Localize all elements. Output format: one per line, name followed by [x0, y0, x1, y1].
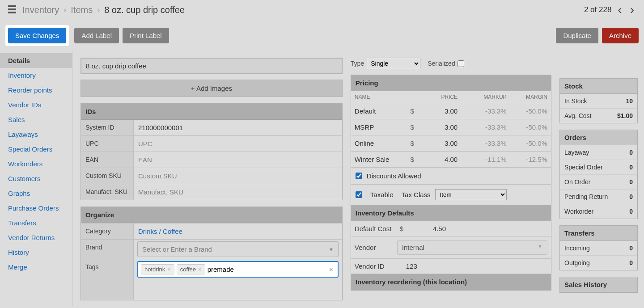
caret-down-icon: ▼ — [538, 244, 542, 251]
remove-tag-icon[interactable]: × — [198, 266, 202, 273]
menu-icon[interactable] — [8, 5, 16, 15]
discounts-checkbox[interactable] — [356, 173, 362, 179]
stat-row: Incoming0 — [560, 241, 637, 255]
transfers-box: Transfers Incoming0Outgoing0 — [559, 225, 638, 270]
category-value[interactable]: Drinks / Coffee — [134, 224, 342, 239]
stat-value: 0 — [629, 193, 633, 200]
id-value[interactable]: UPC — [134, 136, 342, 152]
price-value[interactable]: 3.00 — [417, 123, 466, 131]
sidebar-item-purchase-orders[interactable]: Purchase Orders — [0, 201, 72, 215]
sidebar-item-vendor-returns[interactable]: Vendor Returns — [0, 230, 72, 245]
sidebar-item-graphs[interactable]: Graphs — [0, 186, 72, 201]
tags-input[interactable]: hotdrink× coffee× × — [137, 261, 339, 278]
orders-box: Orders Layaway0Special Order0On Order0Pe… — [559, 130, 638, 219]
vendor-id-value[interactable]: 123 — [397, 262, 547, 270]
stat-key: On Order — [564, 178, 590, 186]
vendor-id-label: Vendor ID — [355, 262, 397, 270]
discounts-label: Discounts Allowed — [367, 172, 421, 180]
ids-panel: IDs System ID210000000001UPCUPCEANEANCus… — [80, 103, 343, 200]
brand-select[interactable]: Select or Enter a Brand ▼ — [137, 241, 339, 257]
breadcrumb-current: 8 oz. cup drip coffee — [104, 5, 185, 15]
chevron-right-icon: › — [64, 5, 66, 15]
clear-tags-icon[interactable]: × — [327, 266, 335, 273]
sidebar-item-sales[interactable]: Sales — [0, 112, 72, 127]
stat-key: Pending Return — [564, 193, 608, 200]
reordering-header: Inventory reordering (this location) — [351, 274, 551, 290]
print-label-button[interactable]: Print Label — [123, 28, 169, 43]
sidebar-item-workorders[interactable]: Workorders — [0, 156, 72, 171]
id-value[interactable]: Custom SKU — [134, 168, 342, 184]
chevron-right-icon: › — [97, 5, 100, 15]
stat-value: 0 — [629, 208, 633, 215]
stat-row: Workorder0 — [560, 204, 637, 219]
vendor-select[interactable]: Internal ▼ — [397, 240, 547, 255]
breadcrumb-items[interactable]: Items — [71, 5, 93, 15]
type-label: Type — [351, 60, 364, 67]
add-label-button[interactable]: Add Label — [74, 28, 119, 43]
sidebar-item-inventory[interactable]: Inventory — [0, 68, 72, 83]
taxclass-select[interactable]: Item — [435, 189, 507, 200]
sidebar-item-merge[interactable]: Merge — [0, 260, 72, 274]
taxclass-label: Tax Class — [402, 191, 431, 198]
tag-chip-hotdrink: hotdrink× — [141, 264, 174, 274]
price-value[interactable]: 3.00 — [417, 139, 466, 147]
price-value[interactable]: 4.00 — [417, 156, 466, 163]
sidebar-item-details[interactable]: Details — [0, 53, 72, 68]
sidebar-item-layaways[interactable]: Layaways — [0, 127, 72, 142]
id-value[interactable]: Manufact. SKU — [134, 184, 342, 200]
stat-row: Pending Return0 — [560, 189, 637, 204]
col-name: NAME — [355, 94, 408, 100]
margin-value: -50.0% — [507, 107, 547, 115]
sidebar-item-history[interactable]: History — [0, 245, 72, 260]
taxable-label: Taxable — [370, 191, 394, 198]
stat-value: 0 — [629, 178, 633, 186]
sidebar-item-reorder-points[interactable]: Reorder points — [0, 83, 72, 97]
stat-key: Incoming — [564, 245, 590, 252]
pricing-panel: Pricing NAME PRICE MARKUP MARGIN Default… — [351, 75, 551, 291]
pager-next-icon[interactable]: › — [628, 4, 636, 16]
vendor-label: Vendor — [355, 244, 397, 251]
breadcrumb-inventory[interactable]: Inventory — [22, 5, 59, 15]
breadcrumb: Inventory › Items › 8 oz. cup drip coffe… — [22, 5, 185, 15]
id-value[interactable]: EAN — [134, 152, 342, 168]
inventory-defaults-header: Inventory Defaults — [351, 205, 551, 221]
stock-header: Stock — [560, 79, 637, 94]
stat-key: Special Order — [564, 164, 603, 171]
pager-text: 2 of 228 — [584, 5, 611, 14]
add-images-button[interactable]: + Add Images — [80, 80, 343, 97]
pager-prev-icon[interactable]: ‹ — [616, 4, 623, 16]
tag-text-input[interactable] — [208, 266, 325, 273]
type-select[interactable]: Single — [367, 58, 420, 69]
item-name-input[interactable] — [80, 58, 343, 74]
remove-tag-icon[interactable]: × — [167, 266, 171, 273]
serialized-checkbox[interactable] — [458, 60, 464, 67]
taxable-checkbox[interactable] — [356, 191, 362, 198]
margin-value: -50.0% — [507, 123, 547, 131]
sidebar-item-special-orders[interactable]: Special Orders — [0, 142, 72, 156]
pricing-header: Pricing — [351, 75, 551, 91]
archive-button[interactable]: Archive — [602, 28, 639, 43]
default-cost-value[interactable]: 4.50 — [406, 225, 547, 232]
currency-symbol: $ — [397, 225, 406, 232]
sidebar-item-transfers[interactable]: Transfers — [0, 215, 72, 230]
transfers-header: Transfers — [560, 226, 637, 241]
col-markup: MARKUP — [466, 94, 506, 100]
top-bar: Inventory › Items › 8 oz. cup drip coffe… — [0, 0, 644, 20]
col-price: PRICE — [417, 94, 466, 100]
price-value[interactable]: 3.00 — [417, 107, 466, 115]
markup-value: -11.1% — [466, 156, 506, 163]
price-row: Winter Sale$4.00-11.1%-12.5% — [351, 152, 551, 168]
id-label: System ID — [81, 120, 134, 135]
stat-row: In Stock10 — [560, 94, 637, 108]
duplicate-button[interactable]: Duplicate — [556, 28, 598, 43]
orders-header: Orders — [560, 130, 637, 145]
markup-value: -33.3% — [466, 107, 506, 115]
id-value[interactable]: 210000000001 — [134, 120, 342, 135]
save-button[interactable]: Save Changes — [8, 28, 66, 43]
stat-row: Outgoing0 — [560, 255, 637, 270]
sidebar-item-vendor-ids[interactable]: Vendor IDs — [0, 97, 72, 112]
category-label: Category — [81, 224, 134, 239]
pager: 2 of 228 ‹ › — [584, 4, 636, 16]
sidebar-item-customers[interactable]: Customers — [0, 171, 72, 186]
tags-label: Tags — [81, 259, 134, 300]
